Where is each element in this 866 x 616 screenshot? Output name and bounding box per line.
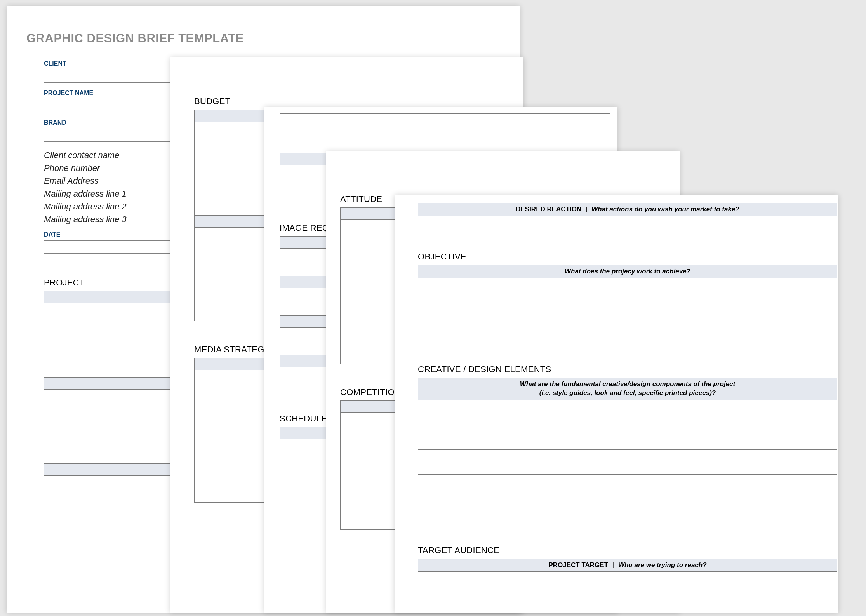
project-box-1[interactable] (44, 303, 177, 378)
creative-cell[interactable] (628, 412, 837, 425)
creative-prompt: What are the fundamental creative/design… (418, 378, 837, 400)
desired-reaction-lead: DESIRED REACTION (516, 205, 581, 213)
project-bar-3 (44, 464, 177, 476)
objective-section: OBJECTIVE What does the projecy work to … (418, 252, 837, 337)
creative-cell[interactable] (418, 425, 628, 437)
project-bar-1 (44, 291, 177, 303)
creative-cell[interactable] (418, 412, 628, 425)
creative-prompt-line1: What are the fundamental creative/design… (520, 380, 735, 388)
client-input[interactable] (44, 70, 177, 83)
target-audience-section: TARGET AUDIENCE PROJECT TARGET | Who are… (418, 545, 837, 572)
desired-reaction-section: DESIRED REACTION | What actions do you w… (418, 203, 837, 216)
document-title: GRAPHIC DESIGN BRIEF TEMPLATE (26, 31, 520, 45)
objective-heading: OBJECTIVE (418, 252, 837, 262)
creative-elements-section: CREATIVE / DESIGN ELEMENTS What are the … (418, 364, 837, 524)
project-target-desc: Who are we trying to reach? (618, 561, 707, 569)
creative-cell[interactable] (628, 499, 837, 512)
project-bar-2 (44, 378, 177, 390)
creative-cell[interactable] (418, 474, 628, 487)
project-target-lead: PROJECT TARGET (548, 561, 608, 569)
desired-reaction-desc: What actions do you wish your market to … (591, 205, 739, 213)
creative-cell[interactable] (628, 400, 837, 412)
target-audience-heading: TARGET AUDIENCE (418, 545, 837, 555)
brand-input[interactable] (44, 129, 177, 142)
creative-heading: CREATIVE / DESIGN ELEMENTS (418, 364, 837, 374)
creative-cell[interactable] (628, 437, 837, 449)
project-name-input[interactable] (44, 99, 177, 112)
project-box-2[interactable] (44, 390, 177, 464)
creative-cell[interactable] (418, 449, 628, 462)
creative-cell[interactable] (418, 499, 628, 512)
project-target-bar: PROJECT TARGET | Who are we trying to re… (418, 559, 837, 572)
creative-cell[interactable] (418, 487, 628, 499)
sep-1: | (583, 205, 590, 213)
creative-grid (418, 400, 837, 524)
creative-cell[interactable] (628, 449, 837, 462)
creative-cell[interactable] (418, 512, 628, 524)
p3-box-a[interactable] (280, 113, 610, 153)
objective-box[interactable] (418, 278, 838, 337)
creative-cell[interactable] (628, 512, 837, 524)
desired-reaction-bar: DESIRED REACTION | What actions do you w… (418, 203, 837, 216)
creative-cell[interactable] (418, 400, 628, 412)
project-box-3[interactable] (44, 476, 177, 550)
creative-cell[interactable] (628, 474, 837, 487)
creative-cell[interactable] (628, 425, 837, 437)
objective-prompt: What does the projecy work to achieve? (418, 265, 837, 278)
sep-2: | (610, 561, 616, 569)
creative-cell[interactable] (628, 487, 837, 499)
page-5: DESIRED REACTION | What actions do you w… (395, 195, 838, 613)
creative-cell[interactable] (418, 462, 628, 474)
creative-prompt-line2: (i.e. style guides, look and feel, speci… (539, 389, 716, 397)
date-input[interactable] (44, 240, 177, 254)
creative-cell[interactable] (418, 437, 628, 449)
creative-cell[interactable] (628, 462, 837, 474)
budget-heading: BUDGET (194, 96, 520, 106)
